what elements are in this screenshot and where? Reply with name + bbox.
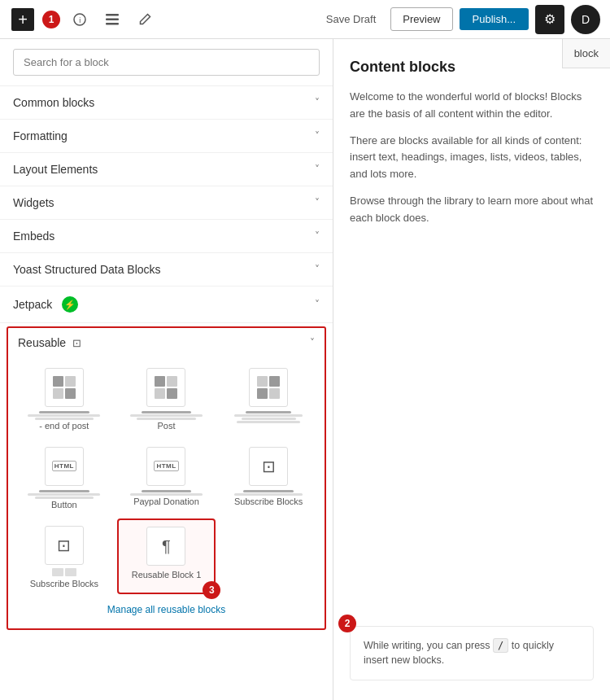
toolbar-right: Save Draft Preview Publish... ⚙ D	[318, 5, 600, 34]
toolbar: + 1 i Save Draft Preview Publish...	[0, 0, 610, 39]
block-icon-subscribe-2: ⊡	[45, 526, 84, 565]
paragraph-icon: ¶	[162, 537, 171, 556]
chevron-down-icon: ˅	[310, 337, 315, 348]
block-reusable-block-1[interactable]: ¶ Reusable Block 1 3	[117, 518, 216, 594]
block-paypal-donation[interactable]: HTML Paypal Donation	[117, 440, 216, 515]
category-formatting[interactable]: Formatting ˅	[0, 120, 333, 153]
block-icon-end-of-post	[45, 368, 84, 407]
search-section	[0, 39, 333, 86]
svg-text:i: i	[79, 16, 81, 24]
step-badge-1: 1	[42, 11, 60, 28]
category-common-blocks[interactable]: Common blocks ˅	[0, 86, 333, 120]
block-post[interactable]: Post	[117, 361, 216, 436]
block-unnamed-1[interactable]	[219, 361, 318, 436]
block-icon-button: HTML	[45, 447, 84, 486]
svg-rect-4	[106, 23, 119, 25]
manage-all-reusable-blocks-link[interactable]: Manage all reusable blocks	[107, 604, 225, 615]
category-yoast[interactable]: Yoast Structured Data Blocks ˅	[0, 253, 333, 287]
block-icon-paypal: HTML	[146, 447, 185, 486]
main-layout: Common blocks ˅ Formatting ˅ Layout Elem…	[0, 39, 610, 700]
block-tab[interactable]: block	[562, 39, 610, 68]
content-desc-2: There are blocks available for all kinds…	[350, 133, 594, 183]
block-end-of-post[interactable]: - end of post	[15, 361, 114, 436]
block-subscribe-blocks-1[interactable]: ⊡ Subscribe Blocks	[219, 440, 318, 515]
content-blocks-title: Content blocks	[350, 59, 594, 76]
reusable-icon: ⊡	[72, 337, 81, 349]
content-desc-3: Browse through the library to learn more…	[350, 193, 594, 227]
chevron-down-icon: ˅	[315, 264, 320, 275]
block-inserter-panel: Common blocks ˅ Formatting ˅ Layout Elem…	[0, 39, 333, 700]
category-embeds[interactable]: Embeds ˅	[0, 220, 333, 253]
block-icon-subscribe-1: ⊡	[249, 447, 288, 486]
block-icon-unnamed-1	[249, 368, 288, 407]
plus-icon: +	[18, 11, 28, 28]
content-desc-1: Welcome to the wonderful world of blocks…	[350, 89, 594, 123]
chevron-down-icon: ˅	[315, 130, 320, 142]
user-avatar[interactable]: D	[571, 5, 600, 34]
toolbar-left: + 1 i	[10, 7, 312, 33]
reusable-header[interactable]: Reusable ⊡ ˅	[8, 328, 325, 357]
category-widgets[interactable]: Widgets ˅	[0, 186, 333, 220]
edit-icon-button[interactable]	[132, 7, 158, 33]
step-badge-2: 2	[338, 615, 356, 632]
manage-reusable-link-wrap: Manage all reusable blocks	[8, 597, 325, 622]
jetpack-badge: ⚡	[62, 296, 78, 313]
gear-icon: ⚙	[544, 11, 556, 27]
publish-button[interactable]: Publish...	[460, 8, 529, 30]
block-icon-reusable-1: ¶	[146, 527, 185, 566]
chevron-down-icon: ˅	[315, 197, 320, 208]
block-icon-post	[146, 368, 185, 407]
search-input-wrap	[13, 49, 320, 76]
reusable-section: Reusable ⊡ ˅	[7, 326, 326, 630]
step-badge-3: 3	[203, 581, 220, 599]
reusable-block-icon-2: ⊡	[57, 536, 71, 555]
settings-button[interactable]: ⚙	[535, 5, 564, 34]
reusable-block-icon: ⊡	[262, 457, 276, 476]
search-input[interactable]	[13, 49, 320, 76]
shortcut-key: /	[493, 638, 508, 653]
info-icon-button[interactable]: i	[67, 7, 93, 33]
right-panel: block Content blocks Welcome to the wond…	[333, 39, 610, 700]
svg-rect-3	[106, 18, 119, 20]
chevron-down-icon: ˅	[315, 230, 320, 242]
list-view-icon-button[interactable]	[99, 7, 125, 33]
preview-button[interactable]: Preview	[390, 7, 452, 31]
chevron-down-icon: ˅	[315, 164, 320, 175]
category-jetpack[interactable]: Jetpack ⚡ ˅	[0, 287, 333, 323]
reusable-blocks-grid: - end of post	[8, 357, 325, 597]
add-block-button[interactable]: +	[10, 7, 36, 33]
tip-box: While writing, you can press / to quickl…	[350, 626, 594, 681]
block-button[interactable]: HTML Button	[15, 440, 114, 515]
svg-rect-2	[106, 14, 119, 16]
categories-scroll[interactable]: Common blocks ˅ Formatting ˅ Layout Elem…	[0, 86, 333, 700]
tip-area: 2 While writing, you can press / to quic…	[350, 626, 594, 681]
chevron-down-icon: ˅	[315, 97, 320, 108]
chevron-down-icon: ˅	[315, 299, 320, 310]
save-draft-button[interactable]: Save Draft	[318, 8, 384, 30]
block-subscribe-blocks-2[interactable]: ⊡ Subscribe Blocks	[15, 518, 114, 594]
category-layout-elements[interactable]: Layout Elements ˅	[0, 153, 333, 186]
